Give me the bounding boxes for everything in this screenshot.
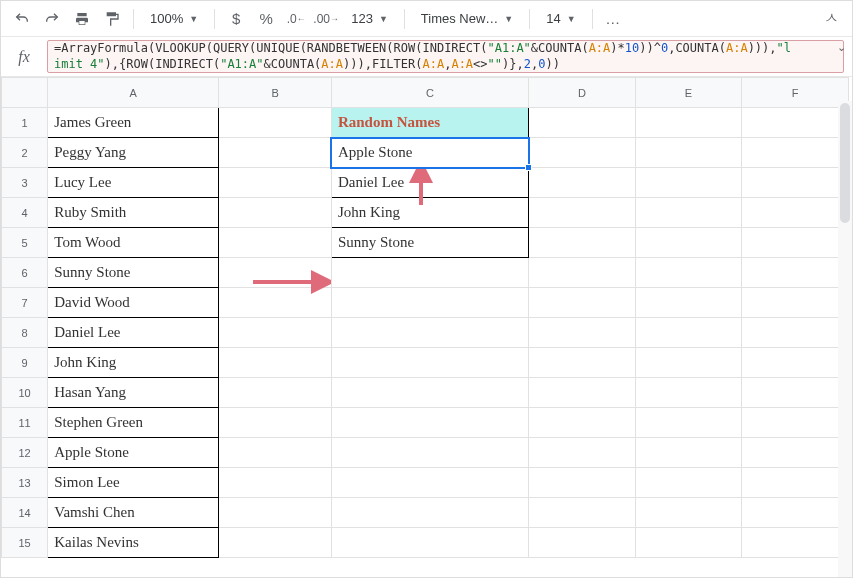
cell[interactable] xyxy=(742,468,849,498)
cell[interactable] xyxy=(529,468,636,498)
cell[interactable] xyxy=(529,108,636,138)
cell[interactable] xyxy=(219,258,332,288)
vertical-scrollbar[interactable] xyxy=(838,101,852,577)
cell[interactable] xyxy=(331,258,528,288)
cell[interactable] xyxy=(331,498,528,528)
zoom-dropdown[interactable]: 100%▼ xyxy=(142,11,206,26)
cell[interactable] xyxy=(529,528,636,558)
row-header[interactable]: 10 xyxy=(2,378,48,408)
cell[interactable] xyxy=(742,318,849,348)
cell[interactable] xyxy=(331,408,528,438)
cell[interactable] xyxy=(635,138,742,168)
col-header-B[interactable]: B xyxy=(219,78,332,108)
row-header[interactable]: 13 xyxy=(2,468,48,498)
cell[interactable] xyxy=(635,288,742,318)
cell[interactable] xyxy=(219,528,332,558)
cell[interactable] xyxy=(742,108,849,138)
cell[interactable] xyxy=(529,378,636,408)
print-button[interactable] xyxy=(69,6,95,32)
cell[interactable]: Stephen Green xyxy=(48,408,219,438)
cell[interactable]: Apple Stone xyxy=(331,138,528,168)
cell[interactable] xyxy=(742,528,849,558)
row-header[interactable]: 1 xyxy=(2,108,48,138)
percent-button[interactable]: % xyxy=(253,6,279,32)
cell[interactable] xyxy=(742,168,849,198)
col-header-C[interactable]: C xyxy=(331,78,528,108)
cell[interactable] xyxy=(742,438,849,468)
cell[interactable]: Hasan Yang xyxy=(48,378,219,408)
redo-button[interactable] xyxy=(39,6,65,32)
row-header[interactable]: 4 xyxy=(2,198,48,228)
cell[interactable] xyxy=(529,318,636,348)
cell[interactable]: Peggy Yang xyxy=(48,138,219,168)
col-header-A[interactable]: A xyxy=(48,78,219,108)
select-all-corner[interactable] xyxy=(2,78,48,108)
more-button[interactable]: … xyxy=(601,6,627,32)
row-header[interactable]: 3 xyxy=(2,168,48,198)
row-header[interactable]: 12 xyxy=(2,438,48,468)
cell[interactable]: Daniel Lee xyxy=(48,318,219,348)
cell[interactable] xyxy=(635,168,742,198)
cell[interactable] xyxy=(219,318,332,348)
cell[interactable] xyxy=(529,348,636,378)
cell[interactable] xyxy=(219,288,332,318)
cell[interactable] xyxy=(529,138,636,168)
cell[interactable]: David Wood xyxy=(48,288,219,318)
cell[interactable] xyxy=(635,408,742,438)
cell[interactable] xyxy=(219,138,332,168)
decrease-decimal-button[interactable]: .0← xyxy=(283,6,309,32)
cell[interactable] xyxy=(635,378,742,408)
row-header[interactable]: 8 xyxy=(2,318,48,348)
cell[interactable] xyxy=(331,348,528,378)
row-header[interactable]: 5 xyxy=(2,228,48,258)
increase-decimal-button[interactable]: .00→ xyxy=(313,6,339,32)
cell[interactable]: James Green xyxy=(48,108,219,138)
row-header[interactable]: 15 xyxy=(2,528,48,558)
cell[interactable]: Sunny Stone xyxy=(331,228,528,258)
cell[interactable] xyxy=(219,498,332,528)
cell[interactable] xyxy=(635,438,742,468)
undo-button[interactable] xyxy=(9,6,35,32)
formula-input[interactable]: =ArrayFormula(VLOOKUP(QUERY(UNIQUE(RANDB… xyxy=(47,40,844,73)
cell[interactable] xyxy=(331,378,528,408)
col-header-F[interactable]: F xyxy=(742,78,849,108)
cell[interactable] xyxy=(219,228,332,258)
cell[interactable] xyxy=(331,318,528,348)
font-dropdown[interactable]: Times New…▼ xyxy=(413,11,521,26)
cell[interactable] xyxy=(219,348,332,378)
cell[interactable] xyxy=(635,198,742,228)
cell[interactable] xyxy=(219,108,332,138)
cell[interactable] xyxy=(742,288,849,318)
cell[interactable] xyxy=(635,258,742,288)
spreadsheet-grid[interactable]: A B C D E F 1James GreenRandom Names2Peg… xyxy=(1,77,852,577)
cell[interactable] xyxy=(635,108,742,138)
collapse-formula-icon[interactable]: ⌄ xyxy=(833,41,849,57)
cell[interactable] xyxy=(742,498,849,528)
cell[interactable] xyxy=(331,438,528,468)
cell[interactable] xyxy=(742,198,849,228)
cell[interactable] xyxy=(742,138,849,168)
cell[interactable] xyxy=(219,438,332,468)
fontsize-dropdown[interactable]: 14▼ xyxy=(538,11,583,26)
cell[interactable]: Daniel Lee xyxy=(331,168,528,198)
col-header-D[interactable]: D xyxy=(529,78,636,108)
cell[interactable] xyxy=(219,408,332,438)
cell[interactable] xyxy=(219,198,332,228)
cell[interactable] xyxy=(742,258,849,288)
cell[interactable] xyxy=(529,168,636,198)
cell[interactable]: Simon Lee xyxy=(48,468,219,498)
cell[interactable] xyxy=(635,318,742,348)
cell[interactable] xyxy=(529,198,636,228)
row-header[interactable]: 14 xyxy=(2,498,48,528)
cell[interactable] xyxy=(635,528,742,558)
cell[interactable] xyxy=(529,258,636,288)
row-header[interactable]: 11 xyxy=(2,408,48,438)
cell[interactable] xyxy=(742,408,849,438)
row-header[interactable]: 2 xyxy=(2,138,48,168)
col-header-E[interactable]: E xyxy=(635,78,742,108)
cell[interactable]: Apple Stone xyxy=(48,438,219,468)
cell[interactable] xyxy=(529,438,636,468)
row-header[interactable]: 6 xyxy=(2,258,48,288)
cell[interactable] xyxy=(219,468,332,498)
cell[interactable] xyxy=(742,228,849,258)
